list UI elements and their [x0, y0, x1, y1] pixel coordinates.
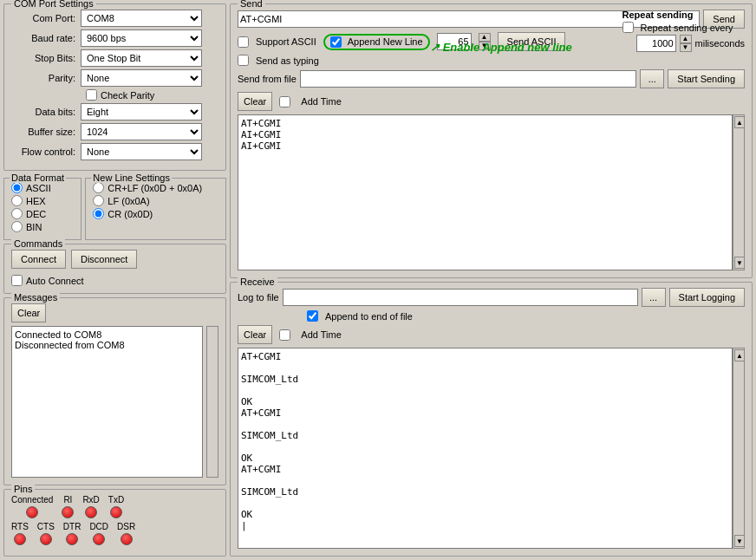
recv-line-7	[241, 419, 729, 430]
append-to-end-checkbox[interactable]	[307, 310, 318, 322]
new-line-settings-title: New Line Settings	[91, 173, 172, 183]
ascii-number-input[interactable]: 65	[437, 33, 472, 50]
repeat-ms-down-button[interactable]: ▼	[680, 43, 692, 52]
start-logging-button[interactable]: Start Logging	[669, 288, 745, 307]
pin-rts-label: RTS	[11, 522, 29, 531]
bin-radio[interactable]	[11, 221, 23, 232]
send-scrollbar[interactable]: ▲ ▼	[733, 114, 745, 270]
recv-line-8: SIMCOM_Ltd	[241, 430, 729, 441]
pin-dtr-led	[66, 533, 78, 545]
scrollbar-up-button[interactable]: ▲	[734, 116, 745, 128]
pin-rxd-led	[85, 506, 97, 518]
repeat-every-label: Repeat sending every	[641, 23, 733, 33]
cr-radio[interactable]	[93, 208, 104, 219]
receive-add-time-label: Add Time	[301, 329, 341, 340]
flow-control-select[interactable]: None	[81, 143, 202, 160]
pin-txd-label: TxD	[108, 495, 124, 505]
recv-line-4	[241, 385, 729, 396]
send-from-file-label: Send from file	[238, 74, 297, 84]
recv-cursor: |	[241, 520, 729, 531]
com-port-settings-title: COM Port Settings	[11, 0, 96, 9]
com-port-label: Com Port:	[11, 13, 81, 23]
append-new-line-label: Append New Line	[348, 36, 423, 47]
pin-cts-label: CTS	[37, 522, 55, 531]
connect-button[interactable]: Connect	[11, 250, 66, 269]
append-new-line-checkbox[interactable]	[330, 36, 342, 48]
cr-lf-label: CR+LF (0x0D + 0x0A)	[108, 183, 202, 193]
baud-rate-label: Baud rate:	[11, 33, 81, 43]
disconnect-button[interactable]: Disconnect	[71, 250, 137, 269]
hex-radio[interactable]	[11, 195, 23, 206]
send-file-path-input[interactable]	[300, 70, 636, 88]
messages-clear-button[interactable]: Clear	[11, 303, 46, 322]
log-to-file-label: Log to file	[238, 292, 279, 303]
repeat-sending-checkbox[interactable]	[622, 22, 634, 33]
log-file-browse-button[interactable]: ...	[642, 288, 666, 307]
pin-ri-led	[62, 506, 74, 518]
recv-line-2	[241, 362, 729, 374]
send-add-time-checkbox[interactable]	[279, 96, 290, 107]
pin-dcd-led	[93, 533, 105, 545]
repeat-ms-input[interactable]: 1000	[636, 35, 676, 52]
lf-radio[interactable]	[93, 195, 104, 206]
send-line-3: AI+CGMI	[241, 140, 729, 152]
pin-rxd: RxD	[82, 495, 99, 518]
ascii-label: ASCII	[26, 183, 51, 193]
recv-line-15: OK	[241, 509, 729, 520]
send-add-time-label: Add Time	[301, 96, 341, 107]
pins-title: Pins	[11, 484, 35, 494]
pin-dsr-label: DSR	[117, 522, 135, 531]
support-ascii-checkbox[interactable]	[238, 36, 249, 48]
recv-scrollbar-down-button[interactable]: ▼	[734, 535, 745, 547]
pin-dtr-label: DTR	[63, 522, 81, 531]
receive-clear-button[interactable]: Clear	[238, 325, 272, 344]
ascii-radio[interactable]	[11, 182, 23, 193]
ascii-number-up-button[interactable]: ▲	[479, 33, 491, 42]
pin-connected-led	[26, 506, 38, 518]
recv-line-3: SIMCOM_Ltd	[241, 374, 729, 385]
send-clear-button[interactable]: Clear	[238, 92, 272, 111]
buffer-size-select[interactable]: 1024	[81, 123, 202, 140]
auto-connect-checkbox[interactable]	[11, 275, 23, 286]
ascii-number-down-button[interactable]: ▼	[479, 42, 491, 50]
send-textarea: AT+CGMI AI+CGMI AI+CGMI	[238, 114, 733, 270]
send-as-typing-label: Send as typing	[256, 55, 319, 66]
send-ascii-button[interactable]: Send ASCII	[498, 32, 566, 51]
hex-label: HEX	[26, 196, 46, 206]
pin-txd: TxD	[108, 495, 124, 518]
pin-dcd: DCD	[89, 522, 108, 545]
data-bits-label: Data bits:	[11, 107, 81, 117]
recv-line-14	[241, 498, 729, 509]
com-port-select[interactable]: COM8	[81, 10, 202, 27]
stop-bits-select[interactable]: One Stop Bit	[81, 49, 202, 67]
repeat-ms-up-button[interactable]: ▲	[680, 35, 692, 43]
receive-title: Receive	[238, 277, 277, 287]
log-file-path-input[interactable]	[283, 289, 638, 306]
scrollbar-down-button[interactable]: ▼	[734, 257, 745, 269]
commands-title: Commands	[11, 238, 65, 249]
dec-radio[interactable]	[11, 208, 23, 219]
baud-rate-select[interactable]: 9600 bps	[81, 29, 202, 47]
cr-lf-radio[interactable]	[93, 182, 104, 193]
recv-line-11: AT+CGMI	[241, 464, 729, 475]
check-parity-checkbox[interactable]	[86, 89, 97, 101]
receive-add-time-checkbox[interactable]	[279, 329, 290, 341]
data-bits-select[interactable]: Eight	[81, 103, 202, 120]
send-as-typing-checkbox[interactable]	[238, 55, 249, 66]
send-file-browse-button[interactable]: ...	[640, 69, 664, 88]
repeat-ms-label: miliseconds	[695, 38, 745, 49]
pin-connected: Connected	[11, 495, 53, 518]
pin-ri: RI	[62, 495, 74, 518]
pin-dsr: DSR	[117, 522, 135, 545]
repeat-sending-title: Repeat sending	[622, 10, 745, 20]
pin-rxd-label: RxD	[82, 495, 99, 505]
recv-scrollbar-up-button[interactable]: ▲	[734, 349, 745, 361]
parity-select[interactable]: None	[81, 69, 202, 87]
append-new-line-section: Append New Line	[323, 34, 430, 50]
start-sending-button[interactable]: Start Sending	[668, 69, 745, 88]
messages-textarea: Connected to COM8 Disconnected from COM8	[11, 326, 203, 478]
stop-bits-label: Stop Bits:	[11, 53, 81, 63]
recv-line-5: OK	[241, 396, 729, 407]
receive-scrollbar[interactable]: ▲ ▼	[733, 348, 745, 549]
repeat-sending-section: Repeat sending Repeat sending every 1000…	[622, 10, 745, 52]
